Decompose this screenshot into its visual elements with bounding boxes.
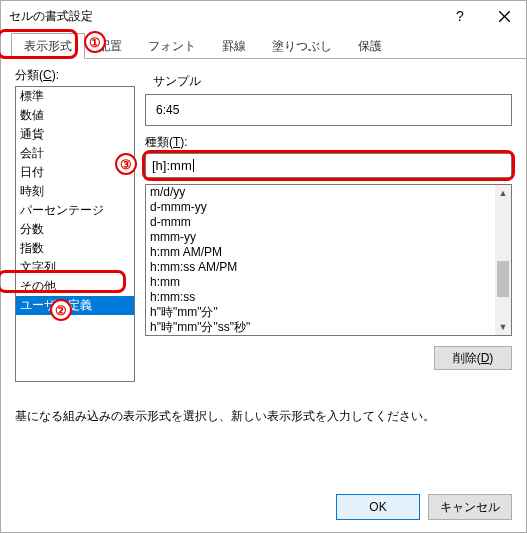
content: ① 分類(C): 標準 数値 通貨 会計 日付 時刻 パーセンテージ 分数 指数… [1, 59, 526, 482]
list-item[interactable]: h:mm AM/PM [146, 245, 511, 260]
list-item[interactable]: その他 [16, 277, 134, 296]
button-bar: OK キャンセル [1, 482, 526, 532]
titlebar: セルの書式設定 ? [1, 1, 526, 31]
dialog: セルの書式設定 ? 表示形式 配置 フォント 罫線 塗りつぶし 保護 ① 分類(… [0, 0, 527, 533]
list-item[interactable]: 通貨 [16, 125, 134, 144]
delete-button[interactable]: 削除(D) [434, 346, 512, 370]
type-label: 種類(T): [145, 134, 512, 151]
format-list[interactable]: m/d/yy d-mmm-yy d-mmm mmm-yy h:mm AM/PM … [145, 184, 512, 336]
list-item[interactable]: 会計 [16, 144, 134, 163]
scroll-up-icon[interactable]: ▲ [495, 185, 511, 201]
list-item[interactable]: m/d/yy [146, 185, 511, 200]
list-item-selected[interactable]: ユーザー定義 [16, 296, 134, 315]
list-item[interactable]: 日付 [16, 163, 134, 182]
tab-border[interactable]: 罫線 [209, 33, 259, 59]
sample-label: サンプル [153, 73, 512, 90]
help-button[interactable]: ? [438, 1, 482, 31]
close-icon [499, 11, 510, 22]
category-label: 分類(C): [15, 67, 135, 84]
tab-font[interactable]: フォント [135, 33, 209, 59]
list-item[interactable]: h"時"mm"分" [146, 305, 511, 320]
scrollbar[interactable]: ▲ ▼ [495, 185, 511, 335]
tab-alignment[interactable]: 配置 [85, 33, 135, 59]
cancel-button[interactable]: キャンセル [428, 494, 512, 520]
category-list[interactable]: 標準 数値 通貨 会計 日付 時刻 パーセンテージ 分数 指数 文字列 その他 … [15, 86, 135, 382]
list-item[interactable]: 文字列 [16, 258, 134, 277]
list-item[interactable]: h:mm:ss [146, 290, 511, 305]
tab-protect[interactable]: 保護 [345, 33, 395, 59]
ok-button[interactable]: OK [336, 494, 420, 520]
tab-fill[interactable]: 塗りつぶし [259, 33, 345, 59]
close-button[interactable] [482, 1, 526, 31]
list-item[interactable]: 時刻 [16, 182, 134, 201]
tab-row: 表示形式 配置 フォント 罫線 塗りつぶし 保護 [1, 31, 526, 59]
list-item[interactable]: d-mmm-yy [146, 200, 511, 215]
list-item[interactable]: パーセンテージ [16, 201, 134, 220]
tab-display-format[interactable]: 表示形式 [11, 33, 85, 59]
list-item[interactable]: 分数 [16, 220, 134, 239]
list-item[interactable]: h:mm [146, 275, 511, 290]
scroll-down-icon[interactable]: ▼ [495, 319, 511, 335]
hint-text: 基になる組み込みの表示形式を選択し、新しい表示形式を入力してください。 [15, 408, 512, 425]
list-item[interactable]: d-mmm [146, 215, 511, 230]
list-item[interactable]: mmm-yy [146, 230, 511, 245]
list-item[interactable]: h"時"mm"分"ss"秒" [146, 320, 511, 335]
dialog-title: セルの書式設定 [9, 8, 93, 25]
list-item[interactable]: 数値 [16, 106, 134, 125]
list-item[interactable]: yyyy/m/d h:mm [146, 335, 511, 336]
list-item[interactable]: 指数 [16, 239, 134, 258]
type-input[interactable]: [h]:mm [145, 153, 512, 178]
scroll-track[interactable] [495, 201, 511, 319]
sample-value: 6:45 [156, 103, 179, 117]
sample-box: 6:45 [145, 94, 512, 126]
scroll-thumb[interactable] [497, 261, 509, 297]
list-item[interactable]: 標準 [16, 87, 134, 106]
list-item[interactable]: h:mm:ss AM/PM [146, 260, 511, 275]
